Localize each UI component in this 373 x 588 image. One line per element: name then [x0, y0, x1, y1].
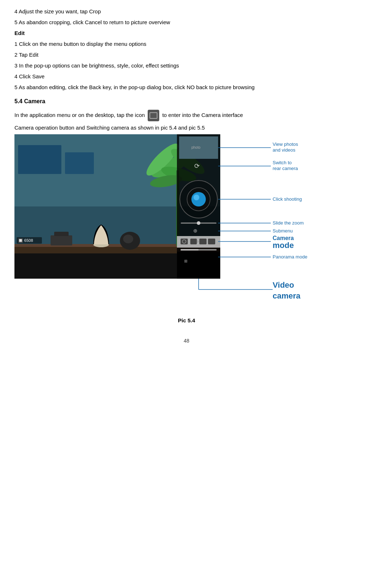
edit-line4: 4 Click Save: [14, 72, 359, 81]
intro-text-1: In the application menu or on the deskto…: [14, 112, 145, 118]
intro-text-2: to enter into the Camera interface: [162, 112, 243, 118]
svg-point-32: [197, 221, 200, 225]
svg-text:camera: camera: [273, 291, 301, 300]
intro-text: In the application menu or on the deskto…: [14, 110, 359, 121]
section-title: 5.4 Camera: [14, 98, 359, 105]
svg-text:Slide the zoom: Slide the zoom: [273, 220, 304, 226]
svg-rect-37: [190, 239, 197, 244]
svg-rect-42: [181, 249, 199, 251]
svg-point-16: [123, 235, 133, 243]
svg-text:Switch to: Switch to: [273, 160, 292, 165]
svg-text:Click shooting: Click shooting: [273, 196, 302, 202]
edit-line3: 3 In the pop-up options can be brightnes…: [14, 61, 359, 70]
svg-text:⟳: ⟳: [194, 162, 200, 170]
svg-text:Submenu: Submenu: [273, 228, 293, 234]
svg-text:Camera: Camera: [273, 235, 294, 241]
svg-text:⊕: ⊕: [193, 228, 198, 234]
line2: 5 As abandon cropping, click Cancel to r…: [14, 18, 359, 27]
intro-text-3: Camera operation button and Switching ca…: [14, 123, 359, 132]
svg-text:View  photos: View photos: [273, 141, 298, 147]
camera-app-icon: [148, 110, 159, 121]
svg-rect-12: [18, 145, 61, 174]
svg-point-30: [194, 195, 199, 200]
line1: 4 Adjust the size you want, tap Crop: [14, 7, 359, 16]
page-number: 48: [14, 338, 359, 344]
svg-text:Panorama  mode: Panorama mode: [273, 254, 307, 260]
svg-text:mode: mode: [273, 241, 294, 250]
svg-text:and videos: and videos: [273, 147, 295, 153]
svg-rect-39: [199, 239, 207, 244]
pic-caption: Pic 5.4: [14, 317, 359, 323]
diagram-svg: 🔲 6508 photo ⟳ ⊕: [14, 134, 372, 315]
svg-text:photo: photo: [191, 145, 200, 149]
svg-rect-40: [208, 239, 215, 244]
svg-rect-13: [65, 152, 94, 174]
diagram-container: 🔲 6508 photo ⟳ ⊕: [14, 134, 359, 323]
svg-rect-18: [54, 232, 69, 236]
svg-text:rear camera: rear camera: [273, 166, 298, 171]
svg-text:Video: Video: [273, 280, 294, 289]
edit-line1: 1 Click on the menu button to display th…: [14, 40, 359, 48]
svg-rect-17: [51, 235, 72, 245]
camera-section: In the application menu or on the deskto…: [14, 110, 359, 323]
edit-line5: 5 As abandon editing, click the Back key…: [14, 83, 359, 92]
edit-heading: Edit: [14, 29, 359, 38]
svg-rect-43: [177, 252, 220, 279]
edit-line2: 2 Tap Edit: [14, 51, 359, 59]
svg-text:⊞: ⊞: [184, 259, 187, 263]
svg-text:🔲 6508: 🔲 6508: [18, 238, 33, 243]
